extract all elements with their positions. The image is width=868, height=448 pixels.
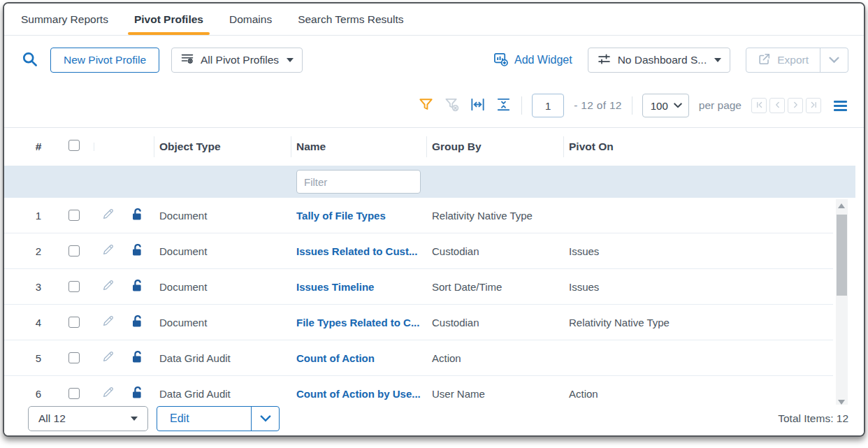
edit-action-button[interactable]: Edit xyxy=(157,407,251,431)
footer-bar: All 12 Edit Total Items: 12 xyxy=(4,405,864,435)
row-height-collapse-icon xyxy=(496,96,512,115)
column-header-pivot-on[interactable]: Pivot On xyxy=(563,140,855,153)
tab-label: Summary Reports xyxy=(21,13,108,26)
list-controls-bar: - 12 of 12 100 per page xyxy=(4,78,864,128)
per-page-label: per page xyxy=(699,99,742,112)
search-button[interactable] xyxy=(21,50,38,70)
pivot-on-cell: Issues xyxy=(563,245,833,257)
page-size-select[interactable]: 100 xyxy=(642,94,689,117)
row-number: 4 xyxy=(22,317,55,328)
search-icon xyxy=(21,50,38,70)
fit-column-width-button[interactable] xyxy=(470,96,486,115)
edit-pencil-icon[interactable] xyxy=(101,208,115,224)
next-page-icon xyxy=(790,100,801,112)
tab-bar: Summary Reports Pivot Profiles Domains S… xyxy=(4,3,864,36)
filter-toggle-button[interactable] xyxy=(418,96,434,115)
row-checkbox[interactable] xyxy=(68,317,80,328)
column-header-group-by[interactable]: Group By xyxy=(426,140,563,153)
tab-label: Domains xyxy=(229,13,272,26)
edit-action-menu-button[interactable] xyxy=(251,407,279,431)
object-type-cell: Document xyxy=(154,281,291,293)
row-number: 1 xyxy=(22,210,55,222)
unlock-icon xyxy=(131,207,145,224)
export-menu-button[interactable] xyxy=(820,48,848,72)
last-page-icon xyxy=(809,100,819,112)
name-link[interactable]: Count of Action by Use... xyxy=(291,388,426,400)
row-number: 6 xyxy=(22,388,55,400)
edit-pencil-icon[interactable] xyxy=(101,315,115,331)
selection-scope-select[interactable]: All 12 xyxy=(28,406,148,431)
edit-pencil-icon[interactable] xyxy=(101,386,115,402)
row-checkbox[interactable] xyxy=(68,210,80,221)
name-link[interactable]: Issues Timeline xyxy=(291,281,426,293)
chevron-down-icon xyxy=(260,412,271,425)
page-number-input[interactable] xyxy=(532,94,564,117)
row-checkbox[interactable] xyxy=(68,388,80,399)
previous-page-button[interactable] xyxy=(769,98,785,113)
unlock-icon xyxy=(131,385,145,403)
object-type-cell: Document xyxy=(154,317,291,328)
pivot-profiles-view-dropdown[interactable]: All Pivot Profiles xyxy=(171,48,303,73)
vertical-scrollbar[interactable] xyxy=(836,199,848,409)
tab-domains[interactable]: Domains xyxy=(229,3,272,35)
new-pivot-profile-button[interactable]: New Pivot Profile xyxy=(50,48,159,73)
grid-menu-button[interactable] xyxy=(834,101,847,111)
tab-pivot-profiles[interactable]: Pivot Profiles xyxy=(134,3,203,35)
table-body: 1 Document Tally of File Types Relativit… xyxy=(4,198,855,412)
edit-pencil-icon[interactable] xyxy=(101,243,115,259)
export-label: Export xyxy=(777,54,809,66)
last-page-button[interactable] xyxy=(806,98,821,113)
edit-pencil-icon[interactable] xyxy=(101,350,115,366)
scroll-up-arrow-icon[interactable] xyxy=(838,203,845,208)
page-range-label: - 12 of 12 xyxy=(574,99,622,112)
divider xyxy=(632,96,632,115)
column-header-name[interactable]: Name xyxy=(291,140,426,153)
table-header-row: # Object Type Name Group By Pivot On xyxy=(4,128,864,166)
edit-pencil-icon[interactable] xyxy=(101,279,115,295)
row-checkbox[interactable] xyxy=(68,281,80,292)
select-all-checkbox-cell xyxy=(55,140,94,154)
column-header-object-type[interactable]: Object Type xyxy=(154,140,291,153)
add-widget-button[interactable]: Add Widget xyxy=(493,51,572,70)
group-by-cell: Action xyxy=(426,352,563,364)
filter-row xyxy=(4,166,855,198)
total-items-label: Total Items: 12 xyxy=(778,412,848,425)
group-by-cell: Sort Date/Time xyxy=(426,281,563,293)
sliders-icon xyxy=(597,52,612,69)
name-link[interactable]: File Types Related to C... xyxy=(291,317,426,328)
tab-summary-reports[interactable]: Summary Reports xyxy=(21,3,108,35)
divider xyxy=(521,96,522,115)
export-button[interactable]: Export xyxy=(746,48,820,72)
scroll-down-arrow-icon[interactable] xyxy=(838,400,845,405)
name-link[interactable]: Tally of File Types xyxy=(291,210,426,222)
export-split-button: Export xyxy=(746,48,848,73)
chevron-down-icon xyxy=(829,54,839,66)
table-row: 4 Document File Types Related to C... Cu… xyxy=(4,305,833,340)
name-filter-input[interactable] xyxy=(296,170,421,194)
fit-row-height-button[interactable] xyxy=(496,96,512,115)
row-checkbox[interactable] xyxy=(68,245,80,256)
caret-down-icon xyxy=(287,58,294,62)
chevron-down-icon xyxy=(674,103,682,108)
tab-search-terms-results[interactable]: Search Terms Results xyxy=(298,3,403,35)
row-number: 3 xyxy=(22,281,55,293)
clear-filters-button[interactable] xyxy=(444,96,460,115)
unlock-icon xyxy=(131,349,145,367)
scrollbar-thumb[interactable] xyxy=(837,215,847,296)
previous-page-icon xyxy=(772,100,783,112)
first-page-icon xyxy=(754,100,765,112)
dashboard-select-dropdown[interactable]: No Dashboard S... xyxy=(588,48,731,73)
dashboard-dropdown-label: No Dashboard S... xyxy=(618,54,707,66)
select-all-checkbox[interactable] xyxy=(68,140,80,151)
view-list-icon xyxy=(180,52,194,68)
group-by-cell: Relativity Native Type xyxy=(426,210,563,222)
funnel-icon xyxy=(418,96,434,115)
export-icon xyxy=(758,52,771,68)
page-size-value: 100 xyxy=(651,100,668,112)
row-checkbox[interactable] xyxy=(68,352,80,363)
name-link[interactable]: Count of Action xyxy=(291,352,426,364)
first-page-button[interactable] xyxy=(751,98,767,113)
name-link[interactable]: Issues Related to Cust... xyxy=(291,245,426,257)
next-page-button[interactable] xyxy=(788,98,803,113)
hamburger-icon xyxy=(834,101,847,111)
